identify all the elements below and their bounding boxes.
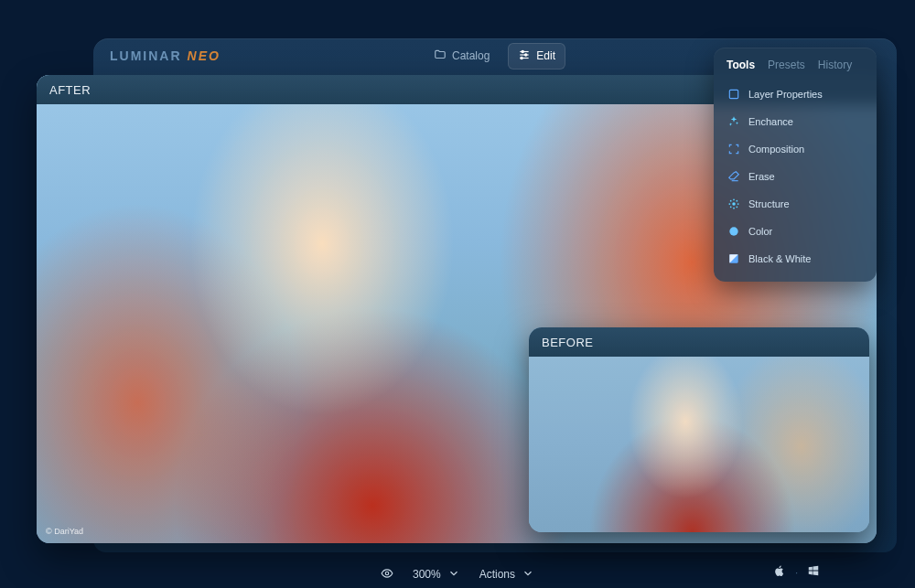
logo-text-luminar: LUMINAR bbox=[110, 48, 182, 63]
actions-label: Actions bbox=[479, 568, 515, 581]
tab-presets[interactable]: Presets bbox=[768, 59, 805, 71]
tool-item-erase[interactable]: Erase bbox=[714, 163, 877, 190]
tools-panel: Tools Presets History Layer PropertiesEn… bbox=[714, 48, 877, 282]
svg-point-11 bbox=[737, 203, 739, 205]
tool-item-label: Structure bbox=[748, 198, 790, 209]
zoom-control[interactable]: 300% bbox=[413, 567, 461, 583]
svg-point-7 bbox=[732, 202, 736, 206]
tab-history[interactable]: History bbox=[818, 59, 852, 71]
tool-item-black-white[interactable]: Black & White bbox=[714, 245, 877, 273]
eye-icon bbox=[380, 567, 394, 583]
folder-icon bbox=[434, 48, 447, 64]
tab-tools[interactable]: Tools bbox=[727, 59, 755, 71]
tool-item-label: Erase bbox=[748, 171, 775, 182]
svg-point-9 bbox=[733, 208, 735, 209]
svg-point-10 bbox=[728, 203, 730, 205]
apple-icon bbox=[773, 564, 786, 581]
tool-item-label: Color bbox=[748, 226, 772, 237]
zoom-value: 300% bbox=[413, 568, 441, 581]
before-panel: BEFORE bbox=[529, 327, 869, 532]
platform-indicators: · bbox=[773, 564, 820, 581]
tools-panel-tabs: Tools Presets History bbox=[714, 48, 877, 80]
actions-menu[interactable]: Actions bbox=[479, 567, 535, 583]
mode-switcher: Catalog Edit bbox=[425, 43, 565, 69]
svg-point-8 bbox=[733, 198, 735, 200]
tool-item-label: Enchance bbox=[748, 116, 793, 127]
composition-icon bbox=[727, 142, 741, 156]
erase-icon bbox=[727, 169, 741, 184]
color-icon bbox=[727, 224, 741, 239]
tool-item-label: Layer Properties bbox=[748, 89, 823, 100]
svg-point-5 bbox=[521, 57, 522, 59]
svg-point-14 bbox=[730, 206, 732, 208]
tool-item-enhance[interactable]: Enchance bbox=[714, 108, 877, 135]
edit-tab[interactable]: Edit bbox=[508, 43, 565, 69]
tool-item-structure[interactable]: Structure bbox=[714, 190, 877, 218]
tool-item-layer-properties[interactable]: Layer Properties bbox=[714, 80, 877, 108]
before-label: BEFORE bbox=[542, 336, 593, 349]
sliders-icon bbox=[518, 48, 531, 64]
chevron-down-icon bbox=[521, 567, 535, 583]
after-label: AFTER bbox=[49, 83, 91, 97]
svg-point-15 bbox=[736, 206, 737, 208]
before-header: BEFORE bbox=[529, 327, 869, 357]
before-image[interactable] bbox=[529, 327, 869, 532]
tools-list: Layer PropertiesEnchanceCompositionErase… bbox=[714, 80, 877, 273]
svg-point-12 bbox=[730, 200, 732, 202]
logo-text-neo: NEO bbox=[188, 48, 221, 63]
svg-point-3 bbox=[522, 50, 523, 52]
visibility-toggle[interactable] bbox=[380, 567, 394, 583]
svg-point-18 bbox=[385, 572, 389, 575]
svg-point-13 bbox=[736, 200, 737, 202]
layer-properties-icon bbox=[727, 87, 741, 102]
svg-rect-6 bbox=[729, 90, 737, 98]
tool-item-color[interactable]: Color bbox=[714, 218, 877, 245]
enhance-icon bbox=[727, 114, 741, 129]
windows-icon bbox=[807, 564, 820, 581]
tool-item-label: Composition bbox=[748, 144, 804, 155]
svg-point-4 bbox=[525, 53, 527, 55]
tool-item-composition[interactable]: Composition bbox=[714, 135, 877, 163]
structure-icon bbox=[727, 197, 741, 211]
edit-tab-label: Edit bbox=[536, 49, 555, 62]
black-white-icon bbox=[727, 251, 741, 266]
svg-point-16 bbox=[729, 227, 737, 235]
tool-item-label: Black & White bbox=[748, 253, 811, 264]
catalog-tab[interactable]: Catalog bbox=[425, 44, 499, 69]
app-logo: LUMINAR NEO bbox=[110, 48, 221, 63]
chevron-down-icon bbox=[447, 567, 461, 583]
image-credit: © DariYad bbox=[46, 527, 83, 536]
catalog-tab-label: Catalog bbox=[452, 49, 490, 62]
separator-dot: · bbox=[795, 568, 798, 578]
